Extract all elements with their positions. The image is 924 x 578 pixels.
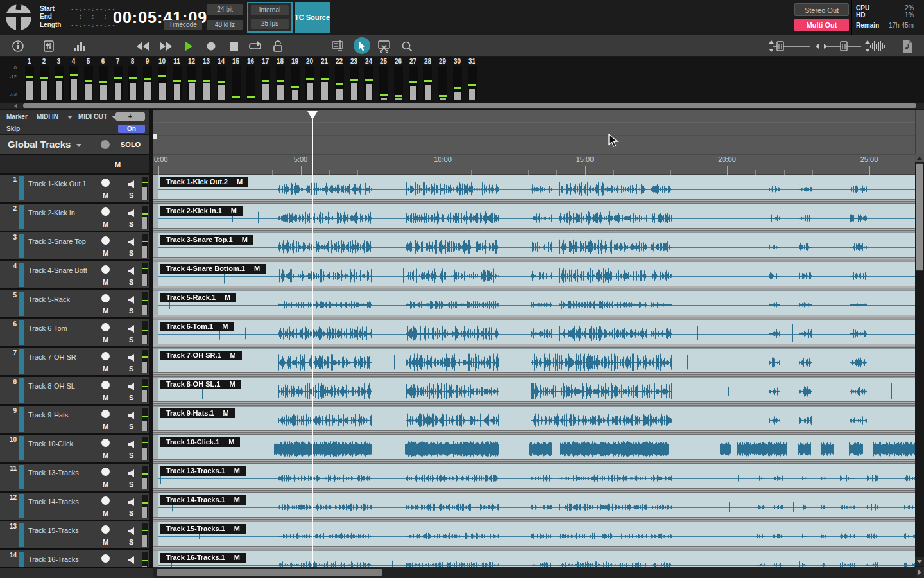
clip-mute-badge[interactable]: M: [234, 554, 240, 561]
monitor-speaker-icon[interactable]: [128, 381, 135, 393]
record-arm-button[interactable]: [101, 410, 110, 418]
clip-label[interactable]: Track 14-Tracks.1M: [160, 495, 246, 505]
clip-label[interactable]: Track 4-Snare Bottom.1M: [160, 264, 266, 274]
solo-button[interactable]: S: [129, 394, 133, 401]
mute-button[interactable]: M: [103, 509, 108, 517]
record-arm-button[interactable]: [101, 179, 110, 187]
end-value[interactable]: --:--:--:--: [71, 13, 116, 20]
track-name[interactable]: Track 8-OH SL: [28, 382, 75, 390]
bit-depth-button[interactable]: 24 bit: [207, 4, 243, 15]
clip-mute-badge[interactable]: M: [228, 438, 234, 446]
marker-flag[interactable]: [153, 134, 157, 139]
timecode-button[interactable]: Timecode: [164, 20, 202, 30]
solo-button[interactable]: S: [129, 220, 133, 228]
solo-button[interactable]: S: [129, 336, 133, 344]
track-header-1[interactable]: 1Track 1-Kick Out.1MS: [0, 175, 149, 204]
track-name[interactable]: Track 16-Tracks: [28, 556, 79, 563]
monitor-speaker-icon[interactable]: [128, 266, 135, 277]
track-name[interactable]: Track 15-Tracks: [28, 527, 79, 534]
mute-button[interactable]: M: [103, 278, 108, 286]
clip-label[interactable]: Track 5-Rack.1M: [160, 293, 236, 302]
playhead-marker[interactable]: [307, 111, 318, 119]
track-header-11[interactable]: 11Track 13-TracksMS: [0, 464, 149, 493]
solo-button[interactable]: S: [129, 249, 133, 257]
monitor-speaker-icon[interactable]: [128, 555, 135, 566]
audio-clip[interactable]: Track 8-OH SL.1M: [153, 377, 915, 401]
audio-clip[interactable]: Track 1-Kick Out.2M: [153, 175, 915, 199]
mute-button[interactable]: M: [103, 480, 108, 488]
tc-source-button[interactable]: TC Source: [295, 2, 330, 33]
clip-mute-badge[interactable]: M: [237, 178, 243, 186]
clip-mute-badge[interactable]: M: [254, 265, 260, 272]
clip-label[interactable]: Track 9-Hats.1M: [160, 408, 235, 418]
track-name[interactable]: Track 14-Tracks: [28, 498, 79, 505]
sync-source-button[interactable]: Internal: [251, 5, 289, 15]
track-header-14[interactable]: 14Track 16-TracksMS: [0, 550, 149, 567]
stereo-out-button[interactable]: Stereo Out: [794, 3, 849, 16]
audio-clip[interactable]: Track 3-Snare Top.1M: [153, 232, 915, 257]
marker-lane-label[interactable]: Marker: [6, 113, 28, 120]
clip-mute-badge[interactable]: M: [222, 322, 228, 330]
h-zoom-slider[interactable]: [825, 39, 862, 54]
mute-button[interactable]: M: [103, 394, 108, 401]
mute-button[interactable]: M: [103, 451, 108, 459]
track-name[interactable]: Track 4-Snare Bott: [28, 267, 87, 274]
length-value[interactable]: --:--:--:--: [71, 22, 116, 28]
record-arm-button[interactable]: [101, 381, 110, 389]
solo-button[interactable]: S: [129, 191, 133, 199]
meter-bridge-scrollbar[interactable]: [0, 103, 924, 109]
vertical-scrollbar[interactable]: [915, 110, 924, 567]
audio-clip[interactable]: Track 13-Tracks.1M: [153, 464, 915, 488]
monitor-speaker-icon[interactable]: [128, 468, 135, 480]
scroll-down-button[interactable]: [915, 557, 924, 566]
track-header-6[interactable]: 6Track 6-TomMS: [0, 319, 149, 348]
mute-button[interactable]: M: [103, 191, 108, 199]
record-arm-button[interactable]: [101, 525, 110, 534]
rewind-button-icon[interactable]: [135, 39, 151, 54]
mixer-icon[interactable]: [41, 39, 56, 54]
track-name[interactable]: Track 3-Snare Top: [28, 238, 86, 245]
record-arm-button[interactable]: [101, 554, 110, 563]
clip-label[interactable]: Track 7-OH SR.1M: [160, 351, 242, 360]
info-icon[interactable]: [10, 39, 26, 54]
mute-button[interactable]: M: [103, 220, 108, 228]
midi-out-dropdown[interactable]: MIDI OUT: [78, 113, 107, 120]
audio-clip[interactable]: Track 5-Rack.1M: [153, 290, 915, 315]
track-name[interactable]: Track 10-Click: [28, 440, 73, 448]
clip-mute-badge[interactable]: M: [242, 236, 248, 243]
audio-clip[interactable]: Track 15-Tracks.1M: [153, 521, 915, 546]
stop-button-icon[interactable]: [226, 39, 241, 54]
audio-clip[interactable]: Track 14-Tracks.1M: [153, 493, 915, 517]
split-tool-icon[interactable]: [377, 39, 392, 54]
track-header-10[interactable]: 10Track 10-ClickMS: [0, 435, 149, 464]
meter-bridge-scroll-thumb[interactable]: [23, 103, 916, 108]
solo-button[interactable]: S: [129, 538, 133, 546]
frame-rate-button[interactable]: 25 fps: [251, 19, 289, 29]
solo-button[interactable]: S: [129, 365, 133, 372]
monitor-speaker-icon[interactable]: [128, 353, 135, 364]
global-tracks-dropdown[interactable]: Global Tracks: [8, 139, 81, 150]
monitor-speaker-icon[interactable]: [128, 324, 135, 335]
monitor-speaker-icon[interactable]: [128, 295, 135, 306]
mute-button[interactable]: M: [103, 336, 108, 344]
track-header-9[interactable]: 9Track 9-HatsMS: [0, 406, 149, 435]
horizontal-scroll-thumb[interactable]: [157, 569, 382, 576]
edit-tool-icon[interactable]: [331, 39, 346, 54]
audio-clip[interactable]: Track 6-Tom.1M: [153, 319, 915, 344]
audio-clip[interactable]: Track 4-Snare Bottom.1M: [153, 261, 915, 286]
clip-label[interactable]: Track 16-Tracks.1M: [160, 553, 246, 563]
track-header-13[interactable]: 13Track 15-TracksMS: [0, 521, 149, 550]
audio-clip[interactable]: Track 7-OH SR.1M: [153, 348, 915, 372]
clip-label[interactable]: Track 1-Kick Out.2M: [160, 177, 248, 187]
monitor-speaker-icon[interactable]: [128, 497, 135, 509]
track-header-3[interactable]: 3Track 3-Snare TopMS: [0, 232, 149, 261]
track-header-2[interactable]: 2Track 2-Kick InMS: [0, 204, 149, 232]
clip-mute-badge[interactable]: M: [225, 293, 230, 301]
track-name[interactable]: Track 13-Tracks: [28, 469, 79, 477]
audio-clip[interactable]: Track 10-Click.1M: [153, 435, 915, 459]
monitor-speaker-icon[interactable]: [128, 410, 135, 422]
monitor-speaker-icon[interactable]: [128, 526, 135, 538]
multi-out-button[interactable]: Multi Out: [794, 19, 849, 31]
mute-button[interactable]: M: [103, 307, 108, 315]
track-name[interactable]: Track 5-Rack: [28, 295, 70, 303]
